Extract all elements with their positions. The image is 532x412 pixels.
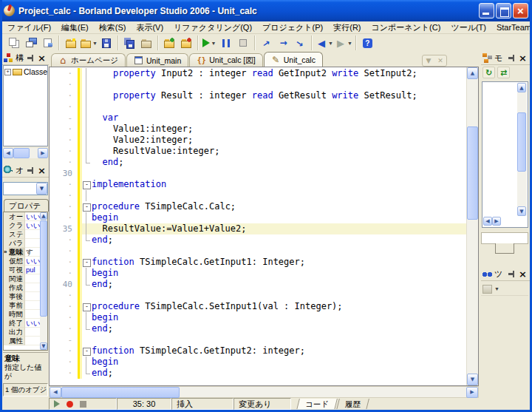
property-value[interactable]: いい	[25, 221, 40, 230]
new-file-button[interactable]	[62, 35, 79, 51]
scroll-up-icon[interactable]: ▲	[467, 67, 478, 79]
menu-item[interactable]: ファイル(F)	[2, 21, 56, 34]
code-line[interactable]: ·begin	[50, 312, 466, 323]
model-view-hscrollbar[interactable]: ◀ ▶	[483, 217, 501, 226]
property-row[interactable]: 事後	[4, 292, 40, 301]
add-to-project-button[interactable]	[161, 35, 178, 51]
object-inspector-header[interactable]: オ ×	[2, 164, 49, 178]
run-until-return-button[interactable]: →	[292, 35, 309, 51]
new-items-button[interactable]	[5, 35, 22, 51]
chevron-down-icon[interactable]: ▼	[494, 286, 499, 291]
property-grid-scrollbar[interactable]: ▲ ▼	[40, 212, 47, 350]
editor-tab[interactable]: {}Unit_calc [図]	[189, 53, 262, 67]
save-button[interactable]	[98, 35, 115, 51]
scroll-down-icon[interactable]: ▼	[467, 374, 478, 385]
model-view-header[interactable]: モ ×	[481, 52, 530, 65]
statusbar-tab-inactive[interactable]: 履歴	[336, 399, 369, 410]
property-value[interactable]	[25, 301, 40, 310]
close-icon[interactable]: ×	[36, 166, 47, 175]
scroll-right-icon[interactable]: ▶	[492, 217, 501, 226]
view-select-icon[interactable]: ▼	[423, 55, 434, 66]
scroll-down-icon[interactable]: ▼	[40, 342, 47, 350]
macro-stop-icon[interactable]	[80, 401, 86, 408]
code-line[interactable]: ·function TSimpleCalc.GetInput2: integer…	[50, 345, 466, 357]
close-icon[interactable]: ×	[517, 269, 528, 279]
code-line[interactable]: ·begin	[50, 268, 466, 279]
code-line[interactable]: ·procedure TSimpleCalc.SetInput1(val : I…	[50, 301, 466, 312]
statusbar-tab-active[interactable]: コード	[296, 399, 338, 410]
code-line[interactable]: ·end;	[50, 234, 466, 246]
property-value[interactable]	[25, 337, 40, 345]
property-row[interactable]: 作成	[4, 283, 40, 292]
sync-icon[interactable]: ⇄	[497, 67, 510, 78]
property-value[interactable]	[25, 292, 40, 301]
menu-item[interactable]: プロジェクト(P)	[257, 21, 328, 34]
minimize-button[interactable]	[479, 3, 494, 18]
property-row[interactable]: 可視pul	[4, 266, 40, 274]
tool-palette-header[interactable]: ツ ×	[481, 268, 530, 281]
fold-collapse-icon[interactable]	[82, 201, 92, 212]
forward-button[interactable]: ▶▼	[334, 35, 353, 51]
window-layout-button[interactable]	[22, 35, 39, 51]
close-page-icon[interactable]: ✕	[434, 55, 446, 66]
pin-icon[interactable]	[27, 167, 34, 174]
property-row[interactable]: ステ	[4, 230, 40, 239]
property-value[interactable]	[25, 283, 40, 292]
property-row[interactable]: パラ	[4, 239, 40, 248]
property-value[interactable]: いい	[25, 319, 40, 328]
menu-item[interactable]: リファクタリング(Q)	[168, 21, 257, 34]
scroll-thumb[interactable]	[61, 387, 180, 398]
property-row[interactable]: 仮想いい	[4, 257, 40, 266]
pin-icon[interactable]	[508, 271, 515, 277]
menu-item[interactable]: 実行(R)	[328, 21, 366, 34]
property-row[interactable]: 終了いい	[4, 319, 40, 328]
code-line[interactable]: · Value2:integer;	[50, 135, 466, 146]
scroll-thumb[interactable]	[467, 126, 478, 220]
model-view-vscrollbar[interactable]: ▲ ▼	[517, 83, 527, 216]
property-row[interactable]: クラいい	[4, 221, 40, 230]
tab-properties[interactable]: プロパティ	[4, 199, 49, 212]
chevron-down-icon[interactable]: ▼	[92, 41, 98, 46]
code-line[interactable]: 40end;	[50, 279, 466, 290]
macro-play-icon[interactable]	[54, 400, 60, 408]
property-value[interactable]	[25, 328, 40, 337]
menu-item[interactable]: 表示(V)	[131, 21, 168, 34]
step-over-button[interactable]: →	[275, 35, 292, 51]
inspector-object-combo[interactable]: ▼	[3, 182, 48, 195]
help-button[interactable]: ?	[359, 35, 376, 51]
property-row[interactable]: 関連	[4, 274, 40, 283]
menu-item[interactable]: 編集(E)	[56, 21, 94, 34]
model-view-list[interactable]: ▲ ▼ ◀ ▶	[482, 81, 528, 228]
code-line[interactable]: · Value1:integer;	[50, 124, 466, 135]
code-line[interactable]: ·begin	[50, 212, 466, 223]
code-line[interactable]: 35 ResultValue:=Value1+Value2;	[50, 223, 466, 234]
close-file-button[interactable]	[138, 35, 155, 51]
property-value[interactable]	[25, 230, 40, 239]
code-line[interactable]: ·begin	[50, 357, 466, 368]
property-value[interactable]	[25, 274, 40, 283]
save-all-button[interactable]	[121, 35, 138, 51]
scroll-thumb[interactable]	[517, 112, 526, 172]
structure-hscrollbar[interactable]: ◀ ▶	[3, 148, 48, 158]
property-row[interactable]: 事前	[4, 301, 40, 310]
pause-button[interactable]	[218, 35, 235, 51]
scroll-right-icon[interactable]: ▶	[38, 148, 48, 158]
refresh-icon[interactable]: ↻	[482, 67, 495, 78]
open-file-button[interactable]: ▼	[79, 35, 98, 51]
scroll-down-icon[interactable]: ▼	[517, 206, 526, 216]
property-value[interactable]	[25, 310, 40, 319]
property-row[interactable]: 時間	[4, 310, 40, 319]
run-button[interactable]: ▼	[201, 35, 218, 51]
macro-record-icon[interactable]	[66, 401, 73, 408]
code-line[interactable]: ·end;	[50, 323, 466, 334]
code-line[interactable]: ·	[50, 246, 466, 257]
code-line[interactable]: ·	[50, 190, 466, 201]
editor-vscrollbar[interactable]: ▲ ▼	[466, 67, 478, 385]
code-line[interactable]: · property Result : integer read GetResu…	[50, 90, 466, 101]
code-line[interactable]: · property Input2 : integer read GetInpu…	[50, 68, 466, 79]
property-row[interactable]: »意味す	[4, 248, 40, 257]
property-row[interactable]: 属性	[4, 337, 40, 345]
menu-item[interactable]: 検索(S)	[94, 21, 132, 34]
trace-into-button[interactable]: →	[258, 35, 275, 51]
remove-from-project-button[interactable]	[178, 35, 195, 51]
